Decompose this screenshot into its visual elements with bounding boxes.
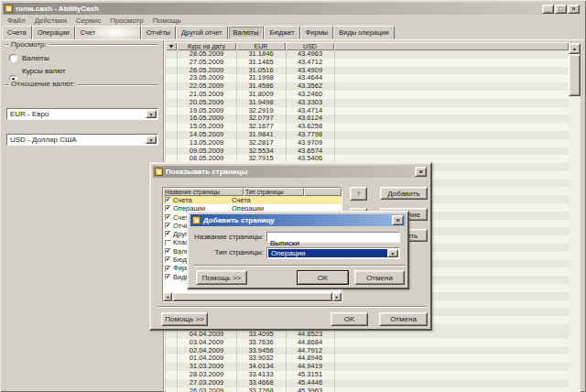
add-page-button[interactable]: Добавить (380, 187, 428, 200)
view-group-label: Просмотр: (8, 40, 49, 49)
chevron-down-icon[interactable]: ▼ (387, 249, 398, 257)
currency-select-usd[interactable]: USD - Доллар США ▼ (6, 134, 158, 146)
table-row[interactable]: 04.04.2009 33.4095 44.8523 (166, 331, 569, 339)
table-row[interactable]: 27.03.2009 33.4668 45.4446 (166, 379, 569, 387)
table-row[interactable]: 28.05.2009 31.1846 43.4963 (166, 50, 569, 59)
add-page-dialog: Добавить страницу × Название страницы: Т… (187, 211, 409, 289)
tab[interactable]: Бюджет (264, 26, 299, 39)
close-icon[interactable]: × (415, 167, 427, 177)
ok-button[interactable]: OK (331, 312, 368, 326)
table-row[interactable]: 31.03.2009 34.0134 44.9419 (166, 363, 569, 371)
tab[interactable]: Операции (32, 26, 75, 39)
help-button[interactable]: Помощь >> (161, 312, 208, 326)
page-checkbox[interactable]: ✔ (163, 247, 173, 256)
cancel-button[interactable]: Отмена (354, 270, 405, 285)
minimize-button-icon[interactable]: _ (542, 5, 554, 14)
page-checkbox[interactable]: ✔ (163, 222, 173, 230)
table-row[interactable]: 16.05.2009 32.0797 43.6124 (166, 114, 569, 123)
add-page-title: Добавить страницу (203, 216, 275, 224)
table-row[interactable]: 22.05.2009 31.4586 43.3562 (166, 82, 569, 91)
table-row[interactable]: 26.03.2009 33.7268 45.3963 (166, 387, 569, 392)
pages-column-type[interactable]: Тип страницы (244, 188, 304, 196)
page-row[interactable]: ✔ Счета Счета (163, 196, 342, 204)
ok-button[interactable]: OK (297, 270, 349, 285)
help-button[interactable]: Помощь >> (196, 270, 247, 285)
cancel-button[interactable]: Отмена (379, 312, 428, 326)
page-checkbox[interactable] (163, 238, 173, 246)
dialog-icon (155, 168, 163, 176)
page-name: Счета (173, 196, 232, 204)
move-up-icon[interactable]: ↑ (350, 187, 367, 201)
tab[interactable]: Счета (2, 26, 32, 39)
main-title-bar[interactable]: roma.cash - AbilityCash _ □ × (3, 3, 581, 15)
tab[interactable]: Другой отчет (176, 26, 228, 39)
table-row[interactable]: 15.05.2009 32.1677 43.6258 (166, 123, 569, 131)
page-checkbox[interactable]: ✔ (163, 256, 173, 264)
radio-currencies[interactable] (9, 54, 17, 62)
table-row[interactable]: 23.05.2009 31.1998 43.4644 (166, 74, 569, 82)
add-page-title-bar[interactable]: Добавить страницу × (190, 214, 406, 226)
tab[interactable]: Виды операции (333, 26, 394, 39)
tab[interactable]: Валюты (228, 26, 265, 39)
column-date[interactable]: Курс на дату (177, 42, 236, 50)
radio-rates-label[interactable]: Курсы валют (22, 67, 66, 75)
currency-select-usd-value: USD - Доллар США (7, 135, 157, 145)
chevron-down-icon[interactable]: ▼ (146, 136, 157, 144)
close-icon[interactable]: × (392, 215, 404, 225)
table-row[interactable]: 13.05.2009 32.2817 43.9709 (166, 139, 569, 147)
page-checkbox[interactable]: ✔ (163, 264, 173, 272)
restore-button-icon[interactable]: □ (555, 5, 567, 14)
page-name-label: Название страницы: (192, 232, 264, 243)
scroll-up-icon[interactable]: ▲ (569, 43, 581, 54)
table-row[interactable]: 03.04.2009 33.7636 44.8684 (166, 339, 569, 347)
hscrollbar-thumb[interactable] (172, 292, 332, 301)
show-pages-title-bar[interactable]: Показывать страницы × (153, 166, 429, 178)
app-icon (5, 5, 13, 13)
page-checkbox[interactable]: ✔ (163, 196, 173, 204)
close-button-icon[interactable]: × (568, 5, 580, 14)
rate-eur: 33.7268 (236, 387, 286, 392)
dialog-separator (194, 265, 406, 266)
column-eur[interactable]: EUR (236, 42, 286, 50)
table-row[interactable]: 02.04.2009 33.9456 44.7912 (166, 347, 569, 355)
page-tabs: СчетаОперацииСчетОтчётыДругой отчетВалют… (2, 26, 584, 40)
table-row[interactable]: 21.05.2009 31.8009 43.2460 (166, 91, 569, 99)
page-type: Счета (232, 196, 305, 204)
pages-column-filler (304, 188, 342, 196)
rate-date: 26.03.2009 (177, 387, 236, 392)
currency-select-eur[interactable]: EUR - Евро ▼ (6, 108, 158, 120)
vertical-scrollbar[interactable]: ▲ (569, 43, 581, 392)
scroll-left-icon[interactable]: ◄ (163, 292, 172, 301)
pages-column-name[interactable]: Название страницы (163, 188, 244, 196)
tab[interactable]: Отчёты (141, 26, 176, 39)
currency-select-eur-value: EUR - Евро (7, 109, 157, 119)
column-usd[interactable]: USD (286, 42, 334, 50)
page-checkbox[interactable]: ✔ (163, 213, 173, 222)
page-type-label: Тип страницы: (192, 247, 264, 258)
relation-group-label: Отношение валют: (8, 80, 78, 88)
table-row[interactable]: 26.05.2009 31.0516 43.4909 (166, 67, 569, 75)
page-name-input[interactable] (267, 239, 399, 248)
table-row[interactable]: 27.05.2009 31.1465 43.4712 (166, 59, 569, 67)
tab[interactable]: Счет (75, 26, 141, 39)
page-checkbox[interactable]: ✔ (163, 230, 173, 238)
sort-icon[interactable]: ▼ (166, 42, 177, 50)
table-row[interactable]: 14.05.2009 31.9841 43.7798 (166, 131, 569, 139)
dialog-separator (158, 306, 426, 307)
scrollbar-thumb[interactable] (569, 54, 581, 96)
table-row[interactable]: 19.05.2009 32.2919 43.4714 (166, 107, 569, 115)
scroll-right-icon[interactable]: ► (332, 292, 342, 301)
page-type-select[interactable]: Операции ▼ (266, 247, 400, 259)
table-row[interactable]: 09.05.2009 32.5534 43.6574 (166, 147, 569, 156)
horizontal-scrollbar[interactable]: ◄ ► (163, 292, 342, 301)
table-row[interactable]: 28.03.2009 33.4133 45.3151 (166, 371, 569, 379)
table-row[interactable]: 01.04.2009 33.9032 44.8946 (166, 354, 569, 363)
radio-currencies-label[interactable]: Валюты (22, 54, 49, 62)
tab[interactable]: Фирмы (300, 26, 334, 39)
chevron-down-icon[interactable]: ▼ (146, 110, 157, 118)
show-pages-title: Показывать страницы (166, 168, 248, 176)
page-checkbox[interactable]: ✔ (163, 273, 173, 281)
page-checkbox[interactable]: ✔ (163, 204, 173, 212)
table-row[interactable]: 20.05.2009 31.9498 43.3303 (166, 99, 569, 107)
rates-table-header: ▼ Курс на дату EUR USD (166, 42, 569, 50)
